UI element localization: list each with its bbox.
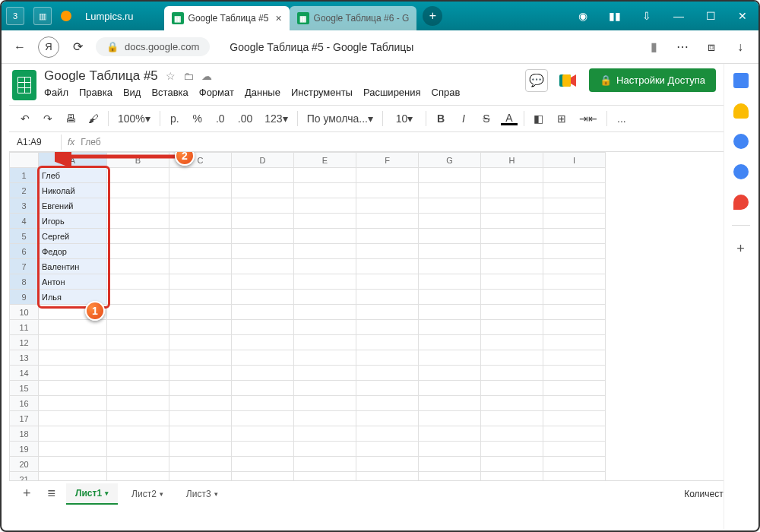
cell[interactable] [356, 396, 419, 411]
formula-input[interactable]: Глеб [81, 137, 100, 147]
cell[interactable] [107, 457, 169, 472]
all-sheets-button[interactable]: ≡ [42, 486, 62, 502]
cell[interactable] [419, 411, 481, 426]
cell[interactable] [419, 335, 481, 350]
meet-button[interactable] [557, 70, 580, 91]
cell[interactable] [232, 274, 294, 290]
cell[interactable] [169, 305, 232, 320]
menu-format[interactable]: Формат [199, 87, 234, 98]
download-icon[interactable]: ↓ [730, 36, 751, 58]
cell[interactable] [169, 320, 232, 335]
cell[interactable]: Николай [39, 183, 107, 198]
pin-icon[interactable]: ⇩ [631, 2, 663, 30]
cell[interactable] [543, 366, 606, 381]
reload-button[interactable]: ⟳ [67, 36, 88, 58]
cell[interactable] [294, 305, 356, 320]
cell[interactable] [543, 305, 606, 320]
cell[interactable]: Евгений [39, 198, 107, 214]
cell[interactable] [294, 259, 356, 274]
cell[interactable] [294, 426, 356, 442]
cell[interactable] [481, 305, 543, 320]
extensions-icon[interactable]: ⧈ [701, 36, 722, 58]
zoom-selector[interactable]: 100% ▾ [115, 109, 154, 128]
sheet-tab[interactable]: Лист3 ▾ [177, 483, 227, 505]
cell[interactable] [294, 168, 356, 183]
cell[interactable] [543, 229, 606, 244]
cell[interactable] [107, 229, 169, 244]
column-header[interactable]: B [107, 153, 169, 168]
sheet-tab[interactable]: Лист1 ▾ [66, 483, 118, 505]
cell[interactable] [169, 426, 232, 442]
cell[interactable] [39, 350, 107, 366]
sheet-tab[interactable]: Лист2 ▾ [122, 483, 173, 505]
cell[interactable] [419, 442, 481, 457]
cloud-icon[interactable]: ☁ [201, 70, 212, 82]
cell[interactable] [294, 244, 356, 259]
cell[interactable] [294, 381, 356, 396]
url-box[interactable]: 🔒 docs.google.com [96, 37, 210, 56]
cell[interactable] [543, 411, 606, 426]
cell[interactable] [232, 411, 294, 426]
cell[interactable] [419, 214, 481, 229]
cell[interactable] [419, 305, 481, 320]
cell[interactable] [543, 335, 606, 350]
select-all-cell[interactable] [10, 153, 39, 168]
cell[interactable] [169, 350, 232, 366]
cell[interactable] [543, 183, 606, 198]
cell[interactable] [169, 183, 232, 198]
font-size-selector[interactable]: 10 ▾ [389, 109, 420, 128]
cell[interactable] [169, 274, 232, 290]
cell[interactable] [294, 183, 356, 198]
close-button[interactable]: ✕ [727, 2, 758, 30]
cell[interactable] [481, 259, 543, 274]
cell[interactable] [356, 366, 419, 381]
cell[interactable] [107, 366, 169, 381]
cell[interactable] [232, 168, 294, 183]
row-header[interactable]: 14 [10, 366, 39, 381]
cell[interactable] [169, 396, 232, 411]
spreadsheet-grid[interactable]: ABCDEFGHI1Глеб2Николай3Евгений4Игорь5Сер… [9, 152, 751, 480]
cell[interactable] [107, 320, 169, 335]
cell[interactable] [39, 442, 107, 457]
column-header[interactable]: E [294, 153, 356, 168]
borders-button[interactable]: ⊞ [553, 109, 570, 128]
cell[interactable] [419, 244, 481, 259]
cell[interactable]: Валентин [39, 259, 107, 274]
cell[interactable] [481, 350, 543, 366]
cell[interactable] [294, 350, 356, 366]
cell[interactable] [39, 335, 107, 350]
row-header[interactable]: 16 [10, 396, 39, 411]
cell[interactable] [481, 426, 543, 442]
cell[interactable] [107, 274, 169, 290]
cell[interactable] [481, 335, 543, 350]
cell[interactable] [232, 442, 294, 457]
row-header[interactable]: 11 [10, 320, 39, 335]
cell[interactable] [232, 366, 294, 381]
cell[interactable] [419, 396, 481, 411]
cell[interactable] [543, 244, 606, 259]
cell[interactable] [481, 198, 543, 214]
cell[interactable] [356, 198, 419, 214]
row-header[interactable]: 10 [10, 305, 39, 320]
cell[interactable] [169, 290, 232, 305]
cell[interactable] [107, 305, 169, 320]
menu-edit[interactable]: Правка [79, 87, 112, 98]
row-header[interactable]: 19 [10, 442, 39, 457]
sidebar-toggle-icon[interactable]: ▮▮ [599, 2, 631, 30]
cell[interactable] [107, 214, 169, 229]
cell[interactable] [232, 183, 294, 198]
cell[interactable] [39, 426, 107, 442]
doc-name[interactable]: Google Таблица #5 [44, 68, 158, 84]
cell[interactable] [419, 381, 481, 396]
cell[interactable] [356, 229, 419, 244]
cell[interactable] [232, 229, 294, 244]
cell[interactable] [356, 442, 419, 457]
comments-button[interactable]: 💬 [525, 69, 548, 92]
cell[interactable] [481, 214, 543, 229]
cell[interactable] [356, 320, 419, 335]
cell[interactable] [232, 259, 294, 274]
cell[interactable] [419, 168, 481, 183]
cell[interactable] [294, 198, 356, 214]
cell[interactable] [543, 350, 606, 366]
row-header[interactable]: 17 [10, 411, 39, 426]
